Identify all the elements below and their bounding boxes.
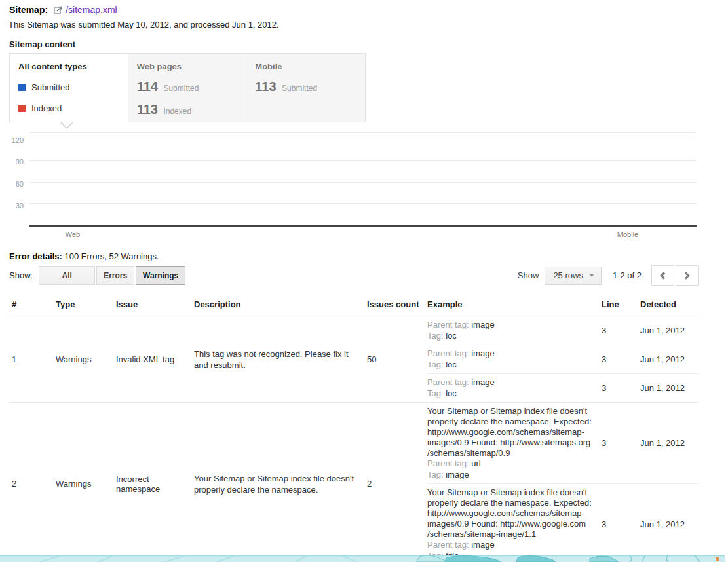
row-description: Your Sitemap or Sitemap index file doesn… (194, 473, 358, 495)
example-line: 3 (602, 519, 640, 529)
page-title-row: Sitemap:/sitemap.xml (0, 0, 728, 16)
tab-title: Mobile (255, 62, 365, 71)
tag-value: loc (446, 331, 457, 341)
tag-value: loc (446, 360, 457, 369)
col-header-num: # (9, 299, 56, 310)
col-header-example: Example (427, 299, 602, 310)
example-item: Your Sitemap or Sitemap index file doesn… (427, 484, 699, 562)
stat-web-submitted: 114 Submitted (137, 79, 246, 94)
example-detected: Jun 1, 2012 (640, 326, 699, 335)
row-issue: Invalid XML tag (116, 354, 194, 364)
page-title: Sitemap: (9, 5, 48, 15)
prev-page-button[interactable] (651, 265, 674, 286)
example-detected: Jun 1, 2012 (640, 354, 699, 364)
col-header-count: Issues count (367, 299, 427, 310)
col-header-type: Type (56, 299, 116, 310)
tag-value: image (446, 470, 469, 479)
chart-plot (29, 132, 697, 227)
pagination-range: 1-2 of 2 (613, 271, 642, 280)
parent-tag-value: url (471, 459, 480, 468)
col-header-line: Line (602, 299, 640, 310)
error-details-label: Error details: (9, 252, 62, 261)
row-issue: Incorrect namespace (116, 474, 194, 494)
sitemap-bar-chart: 306090120 Web Mobile (0, 132, 728, 242)
example-line: 3 (602, 438, 640, 448)
example-detected: Jun 1, 2012 (640, 438, 699, 448)
example-line: 3 (602, 383, 640, 393)
rows-per-page-label: Show (518, 271, 539, 280)
tab-title: All content types (18, 62, 128, 71)
chevron-left-icon (660, 272, 667, 279)
example-message: Your Sitemap or Sitemap index file doesn… (427, 487, 594, 540)
tab-title: Web pages (137, 62, 246, 71)
content-type-tabs: All content types Submitted Indexed Web … (9, 53, 366, 122)
table-toolbar: Show: All Errors Warnings Show 25 rows 1… (9, 265, 699, 286)
sitemap-link[interactable]: /sitemap.xml (66, 5, 117, 15)
tab-all-content-types[interactable]: All content types Submitted Indexed (10, 54, 128, 122)
example-item: Parent tag: imageTag: loc 3 Jun 1, 2012 (427, 374, 699, 402)
sitemap-content-heading: Sitemap content (0, 39, 728, 49)
row-examples: Parent tag: imageTag: loc 3 Jun 1, 2012 … (427, 316, 699, 402)
row-type: Warnings (56, 354, 116, 364)
submitted-swatch-icon (18, 84, 26, 91)
legend-item-submitted: Submitted (18, 83, 128, 92)
example-detected: Jun 1, 2012 (640, 383, 699, 393)
parent-tag-value: image (471, 540, 494, 550)
submitted-processed-line: This Sitemap was submitted May 10, 2012,… (0, 20, 728, 29)
legend-label: Submitted (31, 83, 70, 92)
example-detected: Jun 1, 2012 (640, 519, 699, 529)
filter-all-button[interactable]: All (39, 266, 95, 285)
col-header-desc: Description (194, 299, 367, 310)
stat-web-indexed: 113 Indexed (137, 102, 246, 117)
col-header-issue: Issue (116, 299, 194, 310)
stat-mobile-submitted: 113 Submitted (255, 79, 365, 94)
next-page-button[interactable] (676, 265, 699, 286)
chart-xlabel-web: Web (33, 231, 113, 238)
example-item: Parent tag: imageTag: loc 3 Jun 1, 2012 (427, 316, 699, 345)
example-line: 3 (602, 326, 640, 335)
external-link-icon (54, 6, 62, 16)
filter-errors-button[interactable]: Errors (96, 266, 134, 285)
col-header-detected: Detected (640, 299, 699, 310)
row-issues-count: 2 (367, 479, 427, 489)
row-issues-count: 50 (367, 354, 427, 364)
example-item: Your Sitemap or Sitemap index file doesn… (427, 403, 699, 484)
example-message: Your Sitemap or Sitemap index file doesn… (427, 406, 594, 459)
page-right-border (725, 0, 725, 562)
filter-warnings-button[interactable]: Warnings (136, 266, 185, 285)
legend-label: Indexed (31, 103, 62, 113)
sitemap-details-page: Sitemap:/sitemap.xml This Sitemap was su… (0, 0, 728, 562)
example-line: 3 (602, 354, 640, 364)
error-details-table: # Type Issue Description Issues count Ex… (9, 294, 699, 562)
example-item: Parent tag: imageTag: loc 3 Jun 1, 2012 (427, 345, 699, 374)
legend-item-indexed: Indexed (18, 103, 128, 113)
chart-yaxis: 306090120 (0, 132, 25, 227)
chevron-down-icon (589, 274, 594, 277)
show-filter-label: Show: (9, 271, 33, 280)
table-header-row: # Type Issue Description Issues count Ex… (9, 294, 699, 316)
table-row: 2 Warnings Incorrect namespace Your Site… (9, 403, 699, 562)
error-details-summary: 100 Errors, 52 Warnings. (65, 252, 159, 261)
indexed-swatch-icon (18, 105, 26, 112)
row-type: Warnings (56, 479, 116, 489)
row-num: 1 (9, 354, 56, 364)
row-examples: Your Sitemap or Sitemap index file doesn… (427, 403, 699, 562)
tab-mobile[interactable]: Mobile 113 Submitted (246, 54, 365, 122)
tag-value: loc (446, 388, 457, 398)
parent-tag-value: image (471, 377, 494, 387)
parent-tag-value: image (471, 320, 494, 329)
table-row: 1 Warnings Invalid XML tag This tag was … (9, 316, 699, 403)
tab-web-pages[interactable]: Web pages 114 Submitted 113 Indexed (128, 54, 247, 122)
chart-xlabel-mobile: Mobile (588, 231, 667, 238)
chevron-right-icon (682, 272, 689, 279)
row-num: 2 (9, 479, 56, 489)
rows-per-page-dropdown[interactable]: 25 rows (545, 267, 602, 285)
row-description: This tag was not recognized. Please fix … (194, 348, 358, 371)
map-preview-strip (0, 555, 725, 562)
error-details-line: Error details: 100 Errors, 52 Warnings. (0, 252, 728, 261)
parent-tag-value: image (471, 348, 494, 358)
